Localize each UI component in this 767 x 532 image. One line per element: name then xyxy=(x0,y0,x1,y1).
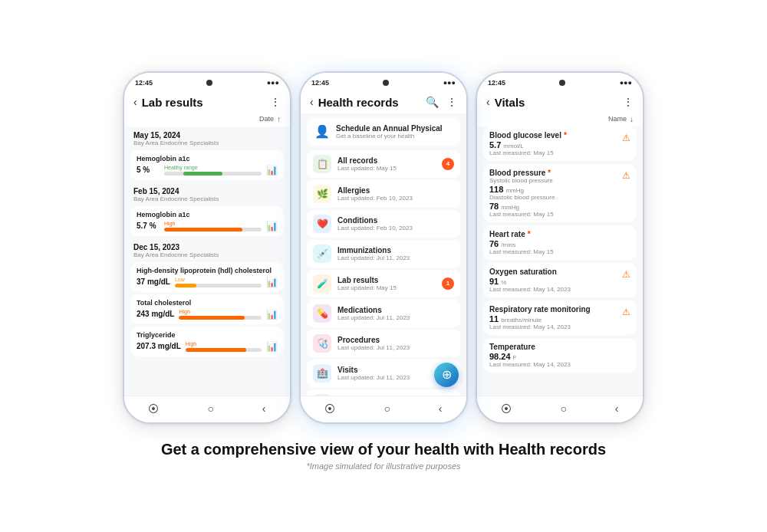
bar-track xyxy=(186,348,262,352)
nav-home-icon[interactable]: ○ xyxy=(384,402,390,415)
chart-icon[interactable]: 📊 xyxy=(266,309,278,320)
bar-fill xyxy=(179,316,245,320)
vital-temperature[interactable]: Temperature 98.24 F Last measured: May 1… xyxy=(483,338,637,373)
phone1-sort-arrow[interactable]: ↑ xyxy=(277,115,281,123)
warning-icon: ⚠ xyxy=(622,170,630,181)
nav-apps-icon[interactable]: ⦿ xyxy=(324,402,335,415)
nav-back-icon[interactable]: ‹ xyxy=(262,402,266,415)
phone2-header-icons: 🔍 ⋮ xyxy=(426,96,457,108)
vital-value: 76 /mins xyxy=(489,239,630,248)
phone3-status-icons: ●●● xyxy=(620,79,632,87)
record-date: Last updated: Feb 10, 2023 xyxy=(337,225,454,232)
nav-apps-icon[interactable]: ⦿ xyxy=(148,402,159,415)
phone1-back-button[interactable]: ‹ xyxy=(133,96,137,108)
phone1-lab-content: May 15, 2024 Bay Area Endocrine Speciali… xyxy=(124,126,290,396)
record-item-vitals[interactable]: 📊 Vitals Last updated: May 15 xyxy=(307,389,460,396)
warning-icon: ⚠ xyxy=(622,307,630,317)
nav-apps-icon[interactable]: ⦿ xyxy=(501,402,512,415)
chart-icon[interactable]: 📊 xyxy=(266,277,278,287)
vital-value: 91 % xyxy=(489,277,630,286)
vital-date: Last measured: May 14, 2023 xyxy=(489,323,630,330)
phone1-header: ‹ Lab results ⋮ xyxy=(124,90,290,113)
vital-blood-pressure[interactable]: Blood pressure * Systolic blood pressure… xyxy=(483,164,637,222)
lab-item-hba1c-may[interactable]: Hemoglobin a1c 5 % Healthy range 📊 xyxy=(130,150,284,180)
record-item-conditions[interactable]: ❤️ Conditions Last updated: Feb 10, 2023 xyxy=(307,210,460,238)
phone3-back-button[interactable]: ‹ xyxy=(486,96,490,108)
phone2-header-left: ‹ Health records xyxy=(310,96,399,109)
record-date: Last updated: Jul 11, 2023 xyxy=(337,255,454,261)
bar-fill xyxy=(175,284,196,287)
vital-oxygen[interactable]: Oxygen saturation 91 % Last measured: Ma… xyxy=(483,263,637,297)
phone1-nav-bar: ⦿ ○ ‹ xyxy=(124,396,290,422)
phone2-nav-bar: ⦿ ○ ‹ xyxy=(301,396,466,422)
vital-name: Oxygen saturation xyxy=(489,268,630,276)
record-conditions-info: Conditions Last updated: Feb 10, 2023 xyxy=(337,216,454,232)
record-date: Last updated: Feb 10, 2023 xyxy=(337,195,454,202)
nav-home-icon[interactable]: ○ xyxy=(560,402,566,415)
phone-lab-results: 12:45 ●●● ‹ Lab results ⋮ Date ↑ xyxy=(123,71,291,424)
lab-bar: High xyxy=(179,309,262,320)
phone2-search-icon[interactable]: 🔍 xyxy=(426,96,439,108)
phone1-menu-icon[interactable]: ⋮ xyxy=(270,96,281,108)
record-medications-info: Medications Last updated: Jul 11, 2023 xyxy=(337,306,454,321)
lab-item-name: Triglyceride xyxy=(137,331,278,339)
phone2-back-button[interactable]: ‹ xyxy=(310,96,314,108)
lab-item-triglyceride[interactable]: Triglyceride 207.3 mg/dL High 📊 xyxy=(130,327,284,356)
lab-item-cholesterol[interactable]: Total cholesterol 243 mg/dL High 📊 xyxy=(130,294,284,324)
nav-back-icon[interactable]: ‹ xyxy=(615,402,619,415)
record-procedures-info: Procedures Last updated: Jul 11, 2023 xyxy=(337,336,454,351)
vital-name: Respiratory rate monitoring xyxy=(489,305,630,314)
lab-value: 207.3 mg/dL xyxy=(137,342,181,350)
phone3-header-icons: ⋮ xyxy=(623,96,634,108)
vital-date: Last measured: May 15 xyxy=(489,248,630,255)
record-badge: 1 xyxy=(442,277,454,290)
fab-button[interactable]: ⊕ xyxy=(434,363,459,387)
lab-value: 37 mg/dL xyxy=(137,277,170,286)
record-name: All records xyxy=(337,156,442,165)
vital-value: 11 breaths/minute xyxy=(489,314,630,323)
nav-home-icon[interactable]: ○ xyxy=(207,402,213,415)
range-label: Low xyxy=(175,277,262,282)
bar-track xyxy=(164,228,262,232)
record-item-immunizations[interactable]: 💉 Immunizations Last updated: Jul 11, 20… xyxy=(307,240,460,268)
systolic-value: 118 mmHg xyxy=(489,185,630,194)
nav-back-icon[interactable]: ‹ xyxy=(439,402,443,415)
chart-icon[interactable]: 📊 xyxy=(266,165,278,176)
vital-heart-rate[interactable]: Heart rate * 76 /mins Last measured: May… xyxy=(483,225,637,260)
lab-item-name: Total cholesterol xyxy=(137,299,278,307)
record-item-procedures[interactable]: 🩺 Procedures Last updated: Jul 11, 2023 xyxy=(307,330,460,357)
vital-date: Last measured: May 15 xyxy=(489,211,630,218)
lab-item-hdl[interactable]: High-density lipoprotein (hdl) cholester… xyxy=(130,262,284,292)
lab-facility-dec2023: Bay Area Endocrine Specialists xyxy=(133,251,281,258)
record-item-allergies[interactable]: 🌿 Allergies Last updated: Feb 10, 2023 xyxy=(307,180,460,208)
lab-group-feb2024: Feb 15, 2024 Bay Area Endocrine Speciali… xyxy=(124,182,290,204)
lab-item-hba1c-feb[interactable]: Hemoglobin a1c 5.7 % High 📊 xyxy=(130,206,284,236)
vital-asterisk: * xyxy=(564,131,567,140)
phone3-menu-icon[interactable]: ⋮ xyxy=(623,96,634,108)
lab-group-dec2023: Dec 15, 2023 Bay Area Endocrine Speciali… xyxy=(124,238,290,260)
lab-value-row: 5 % Healthy range 📊 xyxy=(137,165,278,176)
phone2-time: 12:45 xyxy=(311,79,329,87)
phone1-time: 12:45 xyxy=(135,79,153,87)
vital-blood-glucose[interactable]: Blood glucose level * 5.7 mmol/L Last me… xyxy=(483,126,637,161)
vital-value: 98.24 F xyxy=(489,352,630,361)
phone2-menu-icon[interactable]: ⋮ xyxy=(446,96,457,108)
phone3-sort-arrow[interactable]: ↓ xyxy=(630,115,634,123)
phone2-banner[interactable]: 👤 Schedule an Annual Physical Get a base… xyxy=(307,118,460,146)
lab-bar: High xyxy=(186,341,262,352)
record-item-lab[interactable]: 🧪 Lab results Last updated: May 15 1 xyxy=(307,270,460,297)
lab-value-row: 37 mg/dL Low 📊 xyxy=(137,277,278,287)
lab-group-may2024: May 15, 2024 Bay Area Endocrine Speciali… xyxy=(124,126,290,148)
phone3-screen: ‹ Vitals ⋮ Name ↓ Blood glucose level * xyxy=(477,90,643,396)
phone3-sort-label[interactable]: Name xyxy=(608,115,627,123)
record-item-all[interactable]: 📋 All records Last updated: May 15 4 xyxy=(307,150,460,178)
record-item-medications[interactable]: 💊 Medications Last updated: Jul 11, 2023 xyxy=(307,300,460,327)
chart-icon[interactable]: 📊 xyxy=(266,341,278,352)
phone3-nav-bar: ⦿ ○ ‹ xyxy=(477,396,643,422)
bar-fill xyxy=(183,172,222,176)
vital-respiratory[interactable]: Respiratory rate monitoring 11 breaths/m… xyxy=(483,300,637,335)
chart-icon[interactable]: 📊 xyxy=(266,221,278,232)
range-label: Healthy range xyxy=(164,165,262,170)
diastolic-label: Diastolic blood pressure xyxy=(489,194,630,201)
phone1-sort-label[interactable]: Date xyxy=(259,115,274,123)
